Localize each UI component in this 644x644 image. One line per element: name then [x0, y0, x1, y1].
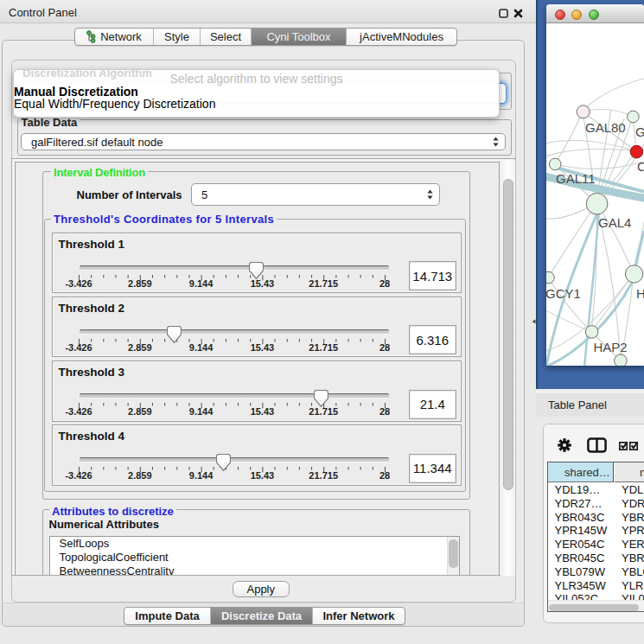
svg-text:H: H — [636, 286, 644, 301]
svg-text:GCY1: GCY1 — [546, 286, 581, 301]
svg-text:HAP2: HAP2 — [594, 340, 628, 354]
svg-text:C: C — [637, 159, 644, 174]
svg-text:GAL4: GAL4 — [598, 215, 631, 230]
svg-text:GAL11: GAL11 — [556, 171, 596, 186]
svg-text:G: G — [635, 124, 644, 139]
svg-text:GAL80: GAL80 — [585, 120, 626, 135]
